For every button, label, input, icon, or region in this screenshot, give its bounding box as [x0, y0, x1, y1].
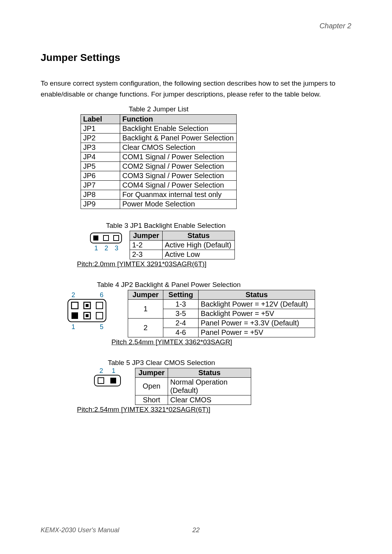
- table-row: 1 1-3 Backlight Power = +12V (Default): [128, 299, 315, 309]
- table-row: JP6COM3 Signal / Power Selection: [81, 171, 237, 180]
- table5-pitch-note: Pitch:2.54mm [YIMTEX 3321*02SAGR(6T)]: [77, 406, 351, 414]
- jumper-3pin-diagram-icon: 1 2 3: [90, 232, 122, 254]
- table5-header-jumper: Jumper: [135, 368, 168, 377]
- table-row: JP4COM1 Signal / Power Selection: [81, 152, 237, 161]
- table3-caption: Table 3 JP1 Backlight Enable Selection: [106, 222, 351, 230]
- footer-page-number: 22: [192, 526, 200, 534]
- chapter-header: Chapter 2: [41, 22, 351, 30]
- svg-text:3: 3: [115, 245, 118, 252]
- svg-rect-24: [98, 378, 104, 383]
- table-row: JP7COM4 Signal / Power Selection: [81, 180, 237, 190]
- table4-header-setting: Setting: [163, 290, 199, 299]
- table-row: JP2Backlight & Panel Power Selection: [81, 133, 237, 143]
- svg-text:2: 2: [99, 368, 103, 374]
- svg-rect-25: [110, 378, 116, 383]
- table5-caption: Table 5 JP3 Clear CMOS Selection: [108, 359, 351, 367]
- table2-header-label: Label: [81, 114, 120, 124]
- jumper-2pin-diagram-icon: 2 1: [91, 368, 124, 390]
- svg-rect-18: [73, 304, 76, 307]
- table5-header-status: Status: [168, 368, 251, 377]
- intro-paragraph: To ensure correct system configuration, …: [41, 78, 351, 100]
- table3-pitch-note: Pitch:2.0mm [YIMTEX 3291*03SAGR(6T)]: [77, 260, 351, 268]
- table2-jumper-list: Label Function JP1Backlight Enable Selec…: [81, 114, 237, 209]
- table-row: OpenNormal Operation (Default): [135, 377, 251, 395]
- svg-text:6: 6: [100, 291, 103, 299]
- svg-text:2: 2: [105, 245, 108, 252]
- table4-jp2: Jumper Setting Status 1 1-3 Backlight Po…: [128, 290, 315, 337]
- table2-header-function: Function: [120, 114, 237, 124]
- svg-rect-15: [96, 312, 103, 319]
- svg-rect-16: [86, 304, 89, 307]
- table-row: JP3Clear CMOS Selection: [81, 143, 237, 152]
- table-row: JP8For Quanmax internal test only: [81, 190, 237, 199]
- section-title: Jumper Settings: [41, 52, 351, 63]
- jumper-6pin-diagram-icon: 2 6 1 5: [61, 291, 115, 331]
- page-footer: KEMX-2030 User's Manual 22: [41, 526, 351, 534]
- svg-rect-2: [103, 235, 109, 241]
- svg-text:1: 1: [94, 245, 98, 252]
- svg-rect-13: [72, 312, 78, 319]
- table-row: JP1Backlight Enable Selection: [81, 124, 237, 133]
- table-row: 2-3Active Low: [130, 250, 235, 259]
- svg-rect-1: [93, 235, 98, 241]
- svg-text:1: 1: [112, 368, 115, 374]
- footer-manual-name: KEMX-2030 User's Manual: [41, 526, 119, 534]
- svg-text:5: 5: [100, 323, 103, 331]
- table-row: JP9Power Mode Selection: [81, 199, 237, 209]
- table-row: JP5COM2 Signal / Power Selection: [81, 161, 237, 171]
- table3-header-jumper: Jumper: [130, 231, 163, 240]
- table3-header-status: Status: [163, 231, 235, 240]
- svg-text:1: 1: [72, 323, 75, 331]
- table-row: ShortClear CMOS: [135, 395, 251, 405]
- svg-text:2: 2: [72, 291, 75, 299]
- table4-header-jumper: Jumper: [128, 290, 163, 299]
- svg-rect-12: [96, 302, 103, 309]
- svg-rect-3: [114, 235, 119, 241]
- table5-jp3: Jumper Status OpenNormal Operation (Defa…: [135, 368, 251, 405]
- table-row: 1-2Active High (Default): [130, 240, 235, 250]
- table3-jp1: Jumper Status 1-2Active High (Default) 2…: [130, 231, 235, 259]
- table4-pitch-note: Pitch 2.54mm [YIMTEX 3362*03SAGR]: [111, 338, 351, 346]
- svg-rect-17: [86, 314, 89, 317]
- table2-caption: Table 2 Jumper List: [81, 105, 237, 113]
- table4-caption: Table 4 JP2 Backlight & Panel Power Sele…: [97, 281, 351, 289]
- table-row: 2 2-4 Panel Power = +3.3V (Default): [128, 318, 315, 328]
- table4-header-status: Status: [199, 290, 315, 299]
